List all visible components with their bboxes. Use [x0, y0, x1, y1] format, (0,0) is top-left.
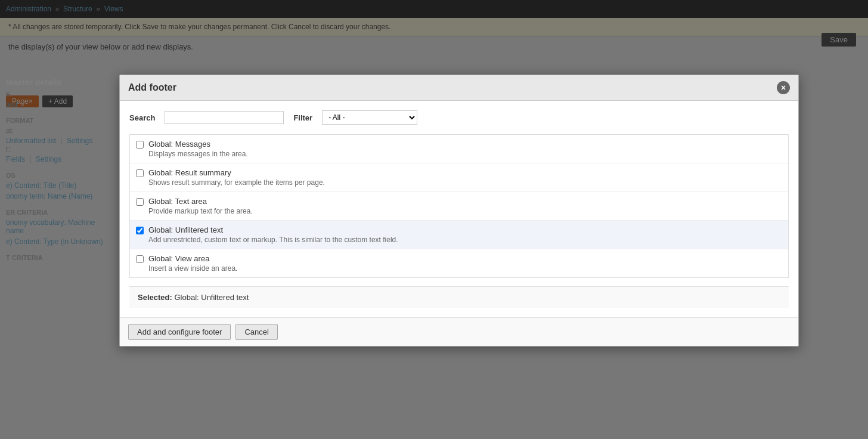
option-desc-view-area: Insert a view inside an area.	[148, 264, 782, 273]
option-text-global-messages: Global: Messages Displays messages in th…	[148, 140, 782, 158]
modal-close-button[interactable]: ×	[777, 81, 790, 94]
selected-bar: Selected: Global: Unfiltered text	[129, 286, 789, 308]
option-text-text-area: Global: Text area Provide markup text fo…	[148, 197, 782, 215]
option-title-unfiltered-text: Global: Unfiltered text	[148, 225, 782, 234]
options-list: Global: Messages Displays messages in th…	[129, 134, 789, 278]
option-row-text-area: Global: Text area Provide markup text fo…	[130, 192, 788, 221]
option-row-unfiltered-text: Global: Unfiltered text Add unrestricted…	[130, 221, 788, 249]
add-configure-footer-button[interactable]: Add and configure footer	[128, 324, 231, 340]
filter-select[interactable]: - All - Global Content	[322, 110, 417, 125]
option-title-text-area: Global: Text area	[148, 197, 782, 206]
checkbox-result-summary[interactable]	[136, 169, 144, 177]
option-desc-text-area: Provide markup text for the area.	[148, 207, 782, 215]
search-input[interactable]	[165, 111, 284, 124]
option-row-global-messages: Global: Messages Displays messages in th…	[130, 135, 788, 163]
option-text-view-area: Global: View area Insert a view inside a…	[148, 254, 782, 273]
option-text-unfiltered-text: Global: Unfiltered text Add unrestricted…	[148, 225, 782, 244]
option-text-result-summary: Global: Result summary Shows result summ…	[148, 168, 782, 187]
filter-label: Filter	[293, 113, 312, 122]
option-row-view-area: Global: View area Insert a view inside a…	[130, 249, 788, 277]
option-title-view-area: Global: View area	[148, 254, 782, 263]
checkbox-global-messages[interactable]	[136, 141, 144, 149]
selected-value: Global: Unfiltered text	[174, 293, 249, 302]
checkbox-text-area[interactable]	[136, 198, 144, 206]
search-label: Search	[129, 113, 155, 122]
modal-footer: Add and configure footer Cancel	[120, 317, 798, 346]
modal-title: Add footer	[128, 82, 176, 93]
cancel-button[interactable]: Cancel	[235, 324, 277, 340]
option-desc-unfiltered-text: Add unrestricted, custom text or markup.…	[148, 236, 782, 244]
checkbox-unfiltered-text[interactable]	[136, 227, 144, 234]
option-desc-global-messages: Displays messages in the area.	[148, 150, 782, 158]
modal-body: Search Filter - All - Global Content Glo…	[120, 101, 798, 317]
option-row-result-summary: Global: Result summary Shows result summ…	[130, 163, 788, 192]
selected-label: Selected:	[138, 293, 172, 302]
modal-header: Add footer ×	[120, 75, 798, 101]
search-filter-row: Search Filter - All - Global Content	[129, 110, 789, 125]
option-title-result-summary: Global: Result summary	[148, 168, 782, 177]
option-title-global-messages: Global: Messages	[148, 140, 782, 149]
option-desc-result-summary: Shows result summary, for example the it…	[148, 178, 782, 187]
add-footer-modal: Add footer × Search Filter - All - Globa…	[119, 75, 799, 347]
checkbox-view-area[interactable]	[136, 255, 144, 263]
